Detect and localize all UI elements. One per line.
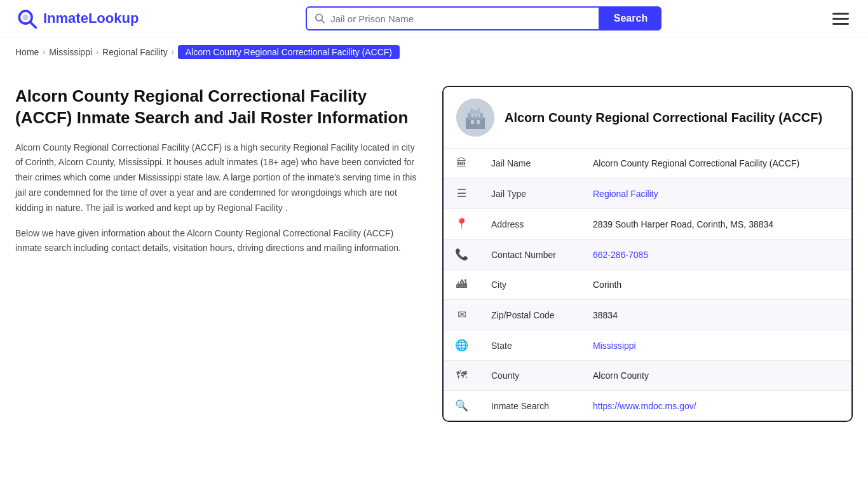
row-label: Address: [480, 209, 581, 240]
row-value: Alcorn County Regional Correctional Faci…: [581, 149, 851, 179]
table-row: 🗺CountyAlcorn County: [444, 361, 851, 391]
row-label: City: [480, 270, 581, 300]
row-icon: 📍: [444, 209, 480, 240]
svg-line-4: [322, 20, 324, 22]
breadcrumb-mississippi[interactable]: Mississippi: [49, 47, 92, 57]
svg-rect-10: [471, 120, 474, 124]
page-desc-2: Below we have given information about th…: [15, 226, 422, 257]
facility-name-heading: Alcorn County Regional Correctional Faci…: [505, 111, 822, 125]
search-icon: [315, 13, 325, 24]
facility-card: Alcorn County Regional Correctional Faci…: [442, 86, 853, 422]
row-icon: 🏙: [444, 270, 480, 300]
breadcrumb-sep-1: ›: [43, 48, 45, 57]
breadcrumb: Home › Mississippi › Regional Facility ›…: [0, 37, 868, 67]
main-content: Alcorn County Regional Correctional Faci…: [0, 67, 868, 441]
svg-rect-12: [471, 114, 473, 117]
row-icon: ✉: [444, 300, 480, 330]
table-row: 🌐StateMississippi: [444, 330, 851, 361]
facility-avatar-img: [456, 98, 494, 137]
row-icon: 📞: [444, 240, 480, 270]
row-link[interactable]: Mississippi: [593, 341, 636, 351]
right-column: Alcorn County Regional Correctional Faci…: [442, 86, 853, 422]
row-value[interactable]: Regional Facility: [581, 179, 851, 209]
menu-button[interactable]: [829, 9, 853, 29]
breadcrumb-current: Alcorn County Regional Correctional Faci…: [178, 45, 400, 59]
breadcrumb-sep-2: ›: [96, 48, 98, 57]
logo[interactable]: InmateLookup: [15, 7, 139, 30]
row-value[interactable]: https://www.mdoc.ms.gov/: [581, 391, 851, 421]
svg-point-2: [23, 15, 29, 20]
row-icon: 🗺: [444, 361, 480, 391]
row-icon: ☰: [444, 179, 480, 209]
svg-rect-16: [476, 106, 477, 109]
svg-rect-11: [477, 120, 480, 124]
facility-card-header: Alcorn County Regional Correctional Faci…: [444, 87, 851, 149]
breadcrumb-home[interactable]: Home: [15, 47, 39, 57]
svg-rect-14: [478, 114, 480, 117]
logo-icon: [15, 7, 38, 30]
left-column: Alcorn County Regional Correctional Faci…: [15, 86, 422, 422]
row-link[interactable]: https://www.mdoc.ms.gov/: [593, 401, 696, 411]
row-link[interactable]: Regional Facility: [593, 189, 658, 199]
row-value: Alcorn County: [581, 361, 851, 391]
row-link[interactable]: 662-286-7085: [593, 250, 648, 260]
row-value: Corinth: [581, 270, 851, 300]
row-value[interactable]: 662-286-7085: [581, 240, 851, 270]
row-value: 2839 South Harper Road, Corinth, MS, 388…: [581, 209, 851, 240]
page-title: Alcorn County Regional Correctional Faci…: [15, 86, 422, 129]
row-value[interactable]: Mississippi: [581, 330, 851, 361]
svg-rect-15: [473, 106, 475, 109]
header: InmateLookup Search: [0, 0, 868, 37]
row-label: Contact Number: [480, 240, 581, 270]
search-button[interactable]: Search: [600, 6, 661, 30]
table-row: 🏙CityCorinth: [444, 270, 851, 300]
facility-avatar: [456, 98, 494, 137]
row-label: Inmate Search: [480, 391, 581, 421]
row-label: Zip/Postal Code: [480, 300, 581, 330]
row-label: State: [480, 330, 581, 361]
breadcrumb-regional-facility[interactable]: Regional Facility: [102, 47, 168, 57]
row-label: County: [480, 361, 581, 391]
search-input[interactable]: [330, 13, 591, 24]
search-input-wrapper: [306, 6, 600, 30]
row-icon: 🏛: [444, 149, 480, 179]
logo-text: InmateLookup: [43, 10, 139, 27]
row-label: Jail Name: [480, 149, 581, 179]
row-icon: 🌐: [444, 330, 480, 361]
svg-line-1: [30, 22, 36, 27]
table-row: 🔍Inmate Searchhttps://www.mdoc.ms.gov/: [444, 391, 851, 421]
row-label: Jail Type: [480, 179, 581, 209]
info-table: 🏛Jail NameAlcorn County Regional Correct…: [444, 149, 851, 421]
row-icon: 🔍: [444, 391, 480, 421]
svg-rect-13: [475, 114, 477, 117]
table-row: 📞Contact Number662-286-7085: [444, 240, 851, 270]
page-desc-1: Alcorn County Regional Correctional Faci…: [15, 140, 422, 216]
table-row: 📍Address2839 South Harper Road, Corinth,…: [444, 209, 851, 240]
search-area: Search: [306, 6, 661, 30]
table-row: ☰Jail TypeRegional Facility: [444, 179, 851, 209]
table-row: 🏛Jail NameAlcorn County Regional Correct…: [444, 149, 851, 179]
table-row: ✉Zip/Postal Code38834: [444, 300, 851, 330]
row-value: 38834: [581, 300, 851, 330]
breadcrumb-sep-3: ›: [172, 48, 174, 57]
